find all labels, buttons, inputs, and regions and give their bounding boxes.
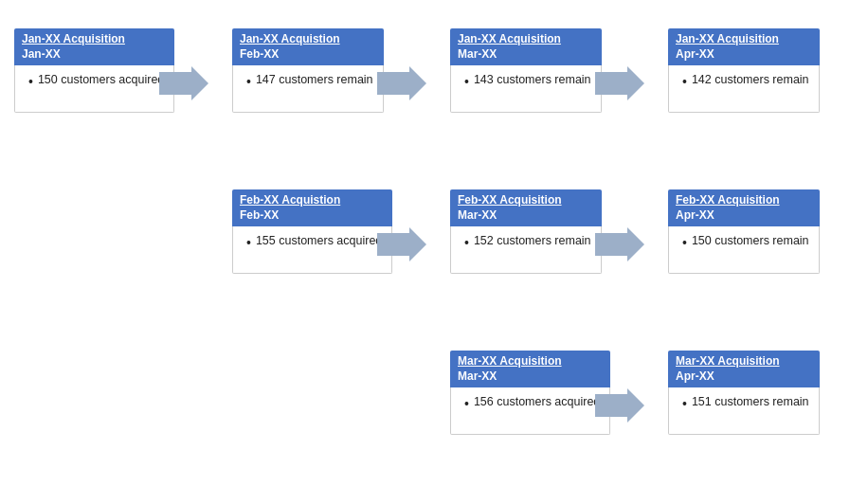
block-text-mar-mar: 156 customers acquired (464, 395, 600, 412)
svg-marker-2 (595, 66, 644, 100)
block-header-jan-apr: Jan-XX AcquisitionApr-XX (668, 28, 820, 65)
cohort-block-feb-feb: Feb-XX AcquistionFeb-XX155 customers acq… (232, 189, 392, 274)
block-header-jan-feb: Jan-XX AcquistionFeb-XX (232, 28, 384, 65)
block-body-jan-mar: 143 customers remain (450, 65, 602, 113)
block-body-feb-apr: 150 customers remain (668, 226, 820, 274)
arrow-arr-jan-mar-apr (595, 66, 644, 100)
block-body-feb-feb: 155 customers acquired (232, 226, 392, 274)
arrow-arr-feb-mar-apr (595, 227, 644, 261)
svg-marker-5 (595, 388, 644, 423)
cohort-block-jan-jan: Jan-XX AcquisitionJan-XX150 customers ac… (14, 28, 174, 113)
block-body-mar-apr: 151 customers remain (668, 387, 820, 435)
block-header-feb-apr: Feb-XX AcquisitionApr-XX (668, 189, 820, 226)
block-body-feb-mar: 152 customers remain (450, 226, 602, 274)
block-text-feb-mar: 152 customers remain (464, 234, 591, 251)
block-header-jan-mar: Jan-XX AcquisitionMar-XX (450, 28, 602, 65)
svg-marker-4 (595, 227, 644, 261)
arrow-arr-mar-mar-apr (595, 388, 644, 423)
cohort-block-feb-apr: Feb-XX AcquisitionApr-XX150 customers re… (668, 189, 820, 274)
block-text-feb-feb: 155 customers acquired (246, 234, 382, 251)
arrow-arr-jan-jan-feb (159, 66, 208, 100)
svg-marker-1 (377, 66, 426, 100)
cohort-block-jan-apr: Jan-XX AcquisitionApr-XX142 customers re… (668, 28, 820, 113)
block-text-feb-apr: 150 customers remain (682, 234, 809, 251)
block-body-mar-mar: 156 customers acquired (450, 387, 610, 435)
cohort-block-mar-apr: Mar-XX AcquisitionApr-XX151 customers re… (668, 351, 820, 435)
block-text-jan-mar: 143 customers remain (464, 73, 591, 90)
block-text-jan-apr: 142 customers remain (682, 73, 809, 90)
block-header-mar-apr: Mar-XX AcquisitionApr-XX (668, 351, 820, 387)
block-header-feb-feb: Feb-XX AcquistionFeb-XX (232, 189, 392, 226)
block-header-mar-mar: Mar-XX AcquisitionMar-XX (450, 351, 610, 387)
flow-container: Jan-XX AcquisitionJan-XX150 customers ac… (0, 0, 868, 486)
cohort-block-feb-mar: Feb-XX AcquisitionMar-XX152 customers re… (450, 189, 602, 274)
block-body-jan-jan: 150 customers acquired (14, 65, 174, 113)
cohort-block-jan-mar: Jan-XX AcquisitionMar-XX143 customers re… (450, 28, 602, 113)
block-text-jan-feb: 147 customers remain (246, 73, 373, 90)
svg-marker-3 (377, 227, 426, 261)
cohort-block-jan-feb: Jan-XX AcquistionFeb-XX147 customers rem… (232, 28, 384, 113)
block-body-jan-feb: 147 customers remain (232, 65, 384, 113)
arrow-arr-jan-feb-mar (377, 66, 426, 100)
block-header-feb-mar: Feb-XX AcquisitionMar-XX (450, 189, 602, 226)
block-text-jan-jan: 150 customers acquired (28, 73, 164, 90)
svg-marker-0 (159, 66, 208, 100)
block-body-jan-apr: 142 customers remain (668, 65, 820, 113)
arrow-arr-feb-feb-mar (377, 227, 426, 261)
cohort-block-mar-mar: Mar-XX AcquisitionMar-XX156 customers ac… (450, 351, 610, 435)
block-text-mar-apr: 151 customers remain (682, 395, 809, 412)
block-header-jan-jan: Jan-XX AcquisitionJan-XX (14, 28, 174, 65)
